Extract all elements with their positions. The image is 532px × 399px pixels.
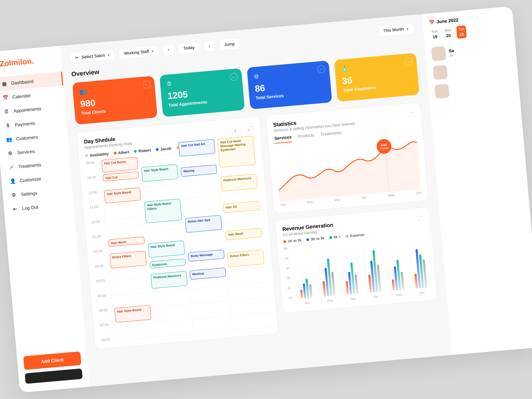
sidebar-item-label: Customers [16, 134, 38, 141]
select-salon-label: Select Salon [81, 53, 105, 60]
appointment-block[interactable]: Botox Hair Spa [185, 215, 222, 233]
upcoming-sub: 10 [449, 53, 455, 57]
avatar [433, 65, 448, 80]
gears-icon: ⚙ [253, 67, 323, 80]
appointment-block[interactable]: Hair Wash [225, 228, 262, 240]
upcoming-list: Sa10 [431, 41, 513, 99]
calendar-icon: 📅 [2, 95, 8, 101]
upcoming-item[interactable]: Sa10 [431, 41, 510, 61]
gear-icon: ⚙ [11, 192, 17, 198]
day-mon[interactable]: Mon20 [443, 26, 454, 40]
today-button[interactable]: Today [178, 41, 200, 54]
schedule-grid: 08:0009:0010:0011:0012:0001:0002:0003:00… [100, 146, 271, 341]
appointment-block[interactable]: Body Massage [188, 249, 225, 261]
badge-value: 645 [381, 143, 387, 147]
users-icon: 👥 [6, 136, 12, 142]
upcoming-item[interactable] [433, 59, 512, 80]
day-picker: Sun19 Mon20 Tue21 [429, 22, 508, 41]
sidebar-item-label: Treatments [18, 162, 41, 169]
sidebar-item-label: Customize [19, 176, 41, 183]
calendar-icon: 📅 [429, 19, 435, 25]
appointment-block[interactable]: Hair Style Botox Fillers [144, 199, 182, 223]
kpi-services[interactable]: ⋯⚙86Total Services [247, 61, 332, 109]
avatar [431, 46, 446, 61]
appointment-block[interactable]: Hair Style Beard [148, 240, 185, 258]
syringe-icon: 💉 [8, 164, 14, 170]
appointment-block[interactable]: Hair Cut Botox [101, 157, 138, 173]
working-staff-dropdown[interactable]: Working Staff▾ [118, 45, 159, 59]
chevron-left-icon: ‹ [168, 47, 169, 52]
kpi-appointments[interactable]: ⋯🗓1205Total Appointments [159, 68, 245, 117]
avatar [434, 84, 450, 99]
bar-group: Apr [363, 249, 384, 299]
legend-availability: Availablity [90, 152, 109, 158]
appointment-block[interactable]: Waxing [181, 165, 217, 177]
appointment-block[interactable]: Hair Cut [103, 171, 139, 182]
bar-group: Jan [297, 278, 316, 305]
appointment-block[interactable]: Botox Fillers [110, 251, 147, 268]
appointment-block[interactable]: Eyebrows [149, 258, 186, 269]
jump-button[interactable]: Jump [219, 38, 241, 51]
calendar-month: June 2022 [436, 17, 458, 25]
range-dropdown[interactable]: This Month▾ [378, 23, 414, 37]
schedule-prev[interactable]: ‹ [229, 125, 241, 137]
scissors-icon: ✂ [75, 55, 79, 60]
upcoming-name: Sa [449, 48, 454, 53]
appointment-block[interactable]: Hair Wash [108, 236, 145, 247]
appointment-block[interactable]: Mackup [190, 267, 226, 280]
secondary-button[interactable] [25, 368, 83, 384]
appointment-block[interactable]: Hair Cut Head Massage Waxing Eyebrows [217, 136, 256, 168]
sidebar-item-label: Services [17, 148, 35, 155]
chevron-down-icon: ▾ [108, 53, 110, 57]
chevron-down-icon: ▾ [152, 49, 154, 53]
appointment-block[interactable]: Pedicure Manicure [221, 174, 258, 191]
next-button[interactable]: › [203, 40, 216, 52]
sidebar-item-label: Appointments [13, 106, 42, 113]
tab-services[interactable]: Services [274, 134, 292, 144]
sidebar-item-label: Calender [12, 93, 31, 100]
select-salon-dropdown[interactable]: ✂Select Salon▾ [70, 49, 115, 64]
statistics-chart: 645Serves [275, 133, 421, 202]
appointment-block[interactable]: Hair Style Beard [114, 305, 152, 323]
appointment-block[interactable]: Botox Fillers [227, 250, 264, 267]
legend-albert: Albert [118, 150, 129, 155]
statistics-panel: ⋯ Statistics Services & selling informat… [266, 102, 429, 214]
app-window: Zolmilon. ▦Dashbaord 📅Calender 🗓Appointm… [0, 6, 532, 393]
users-icon: 👥 [79, 83, 149, 95]
working-staff-label: Working Staff [124, 49, 149, 56]
revenue-bars: 6K5K4K3K2K1K JanFebMarAprMayJun [284, 234, 430, 306]
grid-icon: ▦ [1, 81, 7, 87]
badge-label: Serves [380, 146, 389, 150]
chevron-down-icon: ▾ [406, 27, 408, 31]
sidebar-item-label: Payments [15, 120, 35, 127]
appointment-block[interactable]: Pedicure Manicure [151, 271, 188, 289]
gears-icon: ⚙ [7, 150, 13, 156]
tab-treatments[interactable]: Treatments [320, 130, 342, 140]
sidebar-item-label: Settings [21, 190, 38, 197]
legend-jacob: Jacob [160, 146, 171, 151]
legend-robert: Robert [138, 148, 151, 153]
logout-icon: ⇤ [12, 206, 18, 212]
tab-products[interactable]: Products [298, 133, 315, 142]
kpi-clients[interactable]: ⋯👥980Total Clients [72, 76, 158, 125]
today-label: Today [183, 45, 195, 51]
day-schedule-panel: ⋯ Day Shedule Appointments booking chart… [76, 116, 279, 349]
add-client-button[interactable]: Add Client [23, 351, 81, 370]
appointment-block[interactable]: Hair Cut Nail Art [178, 139, 215, 157]
appointment-block[interactable]: Hair Style Beard [104, 188, 141, 203]
mask-icon: 🧴 [341, 60, 411, 72]
dollar-icon: $ [5, 122, 11, 128]
prev-button[interactable]: ‹ [162, 44, 175, 56]
day-sun[interactable]: Sun19 [429, 28, 440, 41]
clipboard-icon: 🗓 [4, 108, 10, 114]
avatar-icon: 👤 [10, 178, 16, 184]
kpi-treatments[interactable]: ⋯🧴36Total Treatments [334, 53, 419, 102]
range-label: This Month [383, 27, 404, 33]
day-tue[interactable]: Tue21 [456, 25, 467, 39]
appointment-block[interactable]: Hair Oil [223, 201, 260, 213]
upcoming-item[interactable] [434, 78, 513, 99]
main-content: ✂Select Salon▾ Working Staff▾ ‹ Today › … [60, 14, 451, 387]
bar-group: Feb [318, 258, 338, 303]
bar-group: May [387, 259, 407, 297]
appointment-block[interactable]: Hair Style Beard [141, 164, 178, 182]
